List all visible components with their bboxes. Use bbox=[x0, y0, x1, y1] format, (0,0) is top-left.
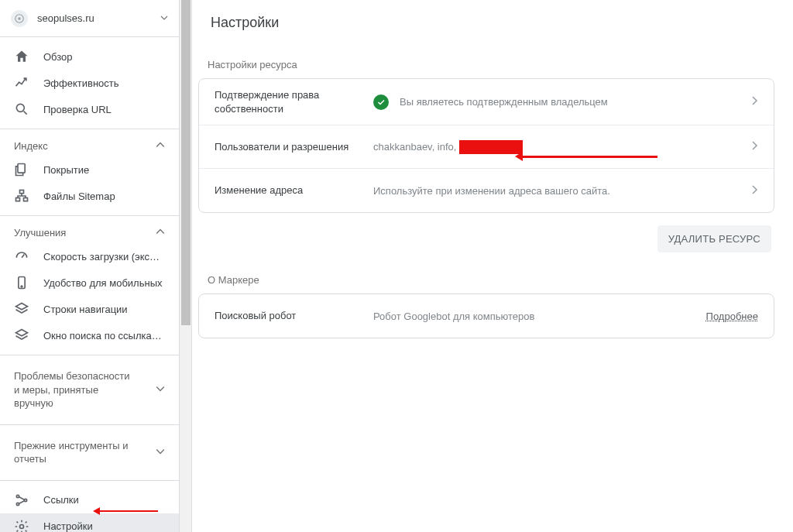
svg-point-12 bbox=[20, 524, 24, 528]
sidebar-heading-improvements[interactable]: Улучшения bbox=[0, 222, 179, 243]
row-title: Подтверждение права собственности bbox=[215, 88, 373, 115]
gauge-icon bbox=[14, 249, 33, 264]
sidebar-heading-label: Проблемы безопасности и меры, принятые в… bbox=[14, 369, 138, 410]
sidebar-item-sitemaps[interactable]: Файлы Sitemap bbox=[0, 183, 179, 209]
row-title: Поисковый робот bbox=[215, 309, 373, 323]
chevron-down-icon bbox=[156, 384, 165, 396]
sidebar-item-breadcrumbs[interactable]: Строки навигации bbox=[0, 296, 179, 322]
marker-card: Поисковый робот Робот Googlebot для комп… bbox=[198, 293, 774, 338]
chart-line-icon bbox=[14, 75, 33, 91]
mobile-icon bbox=[14, 275, 33, 290]
chevron-up-icon bbox=[156, 140, 165, 152]
sidebar-item-label: Настройки bbox=[43, 520, 165, 532]
row-status: Вы являетесь подтвержденным владельцем bbox=[400, 96, 608, 108]
chevron-right-icon bbox=[750, 140, 758, 153]
svg-point-1 bbox=[18, 17, 21, 20]
scrollbar-thumb[interactable] bbox=[181, 0, 191, 325]
caret-down-icon bbox=[160, 12, 168, 24]
delete-resource-button[interactable]: УДАЛИТЬ РЕСУРС bbox=[657, 225, 771, 252]
layers-icon bbox=[14, 301, 33, 317]
sidebar-item-label: Файлы Sitemap bbox=[43, 190, 165, 202]
chevron-right-icon bbox=[750, 184, 758, 197]
row-title: Пользователи и разрешения bbox=[215, 140, 373, 154]
layers-icon bbox=[14, 328, 33, 343]
property-name: seopulses.ru bbox=[37, 12, 160, 24]
annotation-arrow-icon bbox=[518, 156, 657, 158]
sidebar-heading-label: Прежние инструменты и отчеты bbox=[14, 439, 138, 466]
sidebar-item-label: Скорость загрузки (экспер… bbox=[43, 251, 165, 263]
property-logo-icon bbox=[11, 10, 28, 27]
sidebar-item-sitelinks-search[interactable]: Окно поиска по ссылкам с… bbox=[0, 322, 179, 348]
chevron-right-icon bbox=[750, 95, 758, 108]
learn-more-link[interactable]: Подробнее bbox=[706, 311, 758, 322]
sidebar-item-label: Окно поиска по ссылкам с… bbox=[43, 330, 165, 342]
svg-point-11 bbox=[24, 499, 26, 501]
sidebar-item-speed[interactable]: Скорость загрузки (экспер… bbox=[0, 243, 179, 269]
svg-point-2 bbox=[16, 104, 24, 112]
svg-rect-4 bbox=[20, 190, 24, 194]
sidebar-item-label: Покрытие bbox=[43, 164, 165, 176]
sidebar-item-overview[interactable]: Обзор bbox=[0, 43, 179, 70]
row-value-prefix: chakkanbaev, info, bbox=[373, 141, 456, 153]
sidebar-heading-legacy[interactable]: Прежние инструменты и отчеты bbox=[0, 431, 179, 474]
section-label-marker: О Маркере bbox=[208, 274, 774, 286]
row-value: Робот Googlebot для компьютеров bbox=[373, 311, 534, 322]
property-selector[interactable]: seopulses.ru bbox=[0, 0, 179, 37]
sidebar-heading-label: Улучшения bbox=[14, 227, 66, 239]
chevron-down-icon bbox=[156, 447, 165, 458]
annotation-arrow-icon bbox=[96, 510, 158, 512]
sidebar-item-label: Ссылки bbox=[43, 494, 165, 506]
main-header: Настройки bbox=[192, 0, 793, 45]
home-icon bbox=[14, 49, 33, 64]
sidebar-heading-index[interactable]: Индекс bbox=[0, 136, 179, 156]
sidebar-item-label: Проверка URL bbox=[43, 104, 165, 115]
page-title: Настройки bbox=[211, 15, 279, 31]
sidebar-item-label: Строки навигации bbox=[43, 304, 165, 315]
svg-rect-6 bbox=[24, 198, 28, 201]
sidebar-item-label: Эффективность bbox=[43, 77, 165, 89]
resource-settings-card: Подтверждение права собственности Вы явл… bbox=[198, 78, 774, 213]
row-address-change[interactable]: Изменение адреса Используйте при изменен… bbox=[199, 169, 774, 212]
svg-point-8 bbox=[21, 286, 22, 287]
svg-rect-3 bbox=[18, 164, 25, 173]
sidebar-item-settings[interactable]: Настройки bbox=[0, 513, 179, 532]
sitemap-icon bbox=[14, 188, 33, 204]
sidebar-item-url-inspect[interactable]: Проверка URL bbox=[0, 96, 179, 122]
sidebar-item-label: Удобство для мобильных bbox=[43, 277, 165, 289]
gear-icon bbox=[14, 519, 33, 532]
row-title: Изменение адреса bbox=[215, 184, 373, 197]
row-users[interactable]: Пользователи и разрешения chakkanbaev, i… bbox=[199, 125, 774, 169]
chevron-up-icon bbox=[156, 227, 165, 239]
sidebar-item-performance[interactable]: Эффективность bbox=[0, 70, 179, 96]
pages-icon bbox=[14, 162, 33, 177]
sidebar-scroll: Обзор Эффективность Проверка URL Индекс bbox=[0, 37, 179, 532]
sidebar-item-coverage[interactable]: Покрытие bbox=[0, 156, 179, 183]
row-ownership[interactable]: Подтверждение права собственности Вы явл… bbox=[199, 79, 774, 125]
svg-point-9 bbox=[16, 495, 19, 497]
check-circle-icon bbox=[373, 94, 389, 110]
section-label-resource: Настройки ресурса bbox=[208, 59, 774, 70]
sidebar-heading-label: Индекс bbox=[14, 140, 48, 152]
svg-rect-5 bbox=[16, 198, 20, 201]
links-icon bbox=[14, 493, 33, 508]
sidebar: seopulses.ru Обзор Эффективность Проверк… bbox=[0, 0, 180, 532]
row-crawler: Поисковый робот Робот Googlebot для комп… bbox=[199, 294, 774, 338]
main: Настройки Настройки ресурса Подтверждени… bbox=[180, 0, 793, 532]
sidebar-item-mobile[interactable]: Удобство для мобильных bbox=[0, 269, 179, 296]
sidebar-heading-security[interactable]: Проблемы безопасности и меры, принятые в… bbox=[0, 362, 179, 418]
sidebar-item-label: Обзор bbox=[43, 51, 165, 63]
sidebar-scrollbar[interactable] bbox=[180, 0, 192, 532]
svg-point-10 bbox=[16, 503, 19, 505]
search-icon bbox=[14, 101, 33, 117]
row-hint: Используйте при изменении адреса вашего … bbox=[373, 185, 610, 197]
